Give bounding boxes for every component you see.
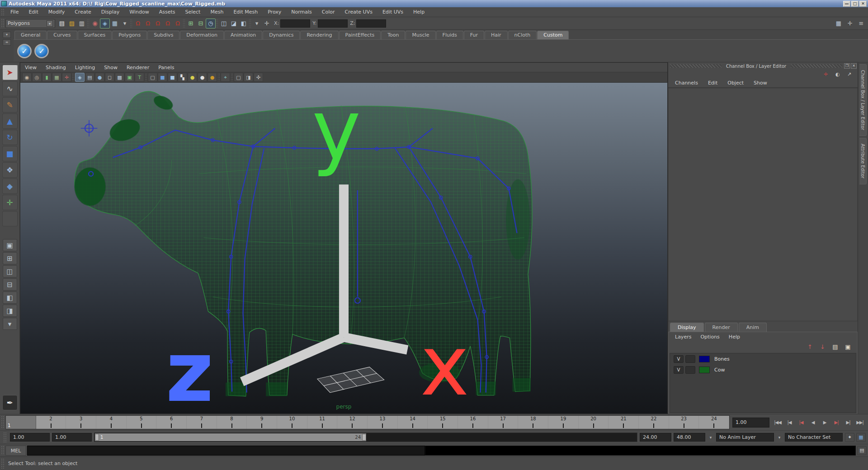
toolbox-tool[interactable]: ❖ bbox=[2, 162, 18, 178]
statusline-icon[interactable]: ◉ bbox=[90, 19, 100, 28]
shelf-side-button[interactable]: ▾ bbox=[3, 32, 11, 38]
command-language-toggle[interactable]: MEL bbox=[5, 446, 26, 456]
layer-visibility-toggle[interactable]: V bbox=[674, 355, 684, 363]
toolbox-tool[interactable]: ■ bbox=[2, 146, 18, 161]
viewport-toolbar-icon[interactable]: ▢ bbox=[148, 73, 157, 82]
statusline-icon[interactable]: ◧ bbox=[239, 19, 249, 28]
viewport-toolbar-icon[interactable]: ✛ bbox=[62, 73, 71, 82]
viewport-toolbar-icon[interactable]: ◈ bbox=[75, 73, 85, 82]
range-slider-icon[interactable]: ✦ bbox=[845, 433, 854, 442]
menu-item[interactable]: Mesh bbox=[205, 7, 228, 17]
transform-field-input[interactable] bbox=[356, 19, 386, 28]
timeline-frame[interactable]: 3 bbox=[66, 416, 96, 429]
window-button[interactable]: ✕ bbox=[859, 1, 867, 7]
statusline-icon[interactable]: ▾ bbox=[252, 19, 262, 28]
shelf-tab[interactable]: Muscle bbox=[406, 31, 435, 39]
layer-toolbar-icon[interactable]: ↑ bbox=[805, 342, 815, 351]
character-set-selector[interactable]: No Character Set bbox=[785, 433, 843, 442]
playback-end-field[interactable]: 24.00 bbox=[640, 433, 671, 442]
statusline-icon[interactable]: ⊞ bbox=[186, 19, 196, 28]
menu-item[interactable]: Edit Mesh bbox=[228, 7, 263, 17]
timeline-frame[interactable]: 24 bbox=[699, 416, 729, 429]
timeline-frame[interactable]: 17 bbox=[488, 416, 519, 429]
timeline-frame[interactable]: 6 bbox=[156, 416, 187, 429]
shelf-tab[interactable]: Rendering bbox=[300, 31, 338, 39]
shelf-button[interactable]: ✓ bbox=[17, 44, 32, 58]
playback-button[interactable]: ▶| bbox=[843, 417, 854, 428]
statusline-icon[interactable]: Ω bbox=[133, 19, 143, 28]
viewport-toolbar-icon[interactable]: ■ bbox=[158, 73, 167, 82]
viewport-toolbar-icon[interactable]: T bbox=[135, 73, 144, 82]
viewport-toolbar-icon[interactable]: ▩ bbox=[115, 73, 124, 82]
playback-button[interactable]: ▶ bbox=[819, 417, 830, 428]
menu-item[interactable]: Modify bbox=[43, 7, 70, 17]
shelf-tab[interactable]: General bbox=[14, 31, 47, 39]
panel-drag-handle[interactable] bbox=[791, 64, 842, 68]
viewport-menu-item[interactable]: Show bbox=[99, 65, 122, 70]
panel-window-button[interactable]: ✕ bbox=[851, 63, 857, 69]
menu-item[interactable]: Assets bbox=[154, 7, 180, 17]
statusline-icon[interactable]: ◪ bbox=[229, 19, 239, 28]
timeline-frame[interactable]: 19 bbox=[548, 416, 579, 429]
layer-editor-menu-item[interactable]: Layers bbox=[670, 334, 696, 340]
menu-item[interactable]: Edit UVs bbox=[377, 7, 408, 17]
layer-display-type-box[interactable] bbox=[685, 366, 695, 374]
statusline-icon[interactable] bbox=[183, 19, 186, 28]
sidebar-vertical-tab[interactable]: Attribute Editor bbox=[859, 138, 867, 184]
help-line-grip[interactable] bbox=[1, 458, 5, 469]
viewport-toolbar-icon[interactable]: ⌖ bbox=[221, 73, 230, 82]
current-time-field[interactable]: 1.00 bbox=[732, 418, 769, 428]
viewport-toolbar-icon[interactable]: ● bbox=[208, 73, 217, 82]
viewport-toolbar-icon[interactable]: ▚ bbox=[178, 73, 187, 82]
timeline-frame[interactable]: 9 bbox=[247, 416, 277, 429]
timeline-frame[interactable]: 2 bbox=[36, 416, 66, 429]
chevron-down-icon[interactable]: ▾ bbox=[708, 435, 714, 440]
statusline-icon[interactable] bbox=[249, 19, 252, 28]
layer-color-swatch[interactable] bbox=[699, 356, 710, 362]
playback-button[interactable]: |◀◀ bbox=[772, 417, 783, 428]
statusline-icon[interactable]: ⊟ bbox=[196, 19, 206, 28]
shelf-tab[interactable]: Polygons bbox=[112, 31, 147, 39]
viewport-menu-item[interactable]: Renderer bbox=[122, 65, 154, 70]
panel-drag-handle[interactable] bbox=[670, 64, 722, 68]
viewport-toolbar-icon[interactable]: ◻ bbox=[105, 73, 114, 82]
statusline-icon[interactable] bbox=[130, 19, 133, 28]
menu-item[interactable]: Edit bbox=[24, 7, 43, 17]
viewport-toolbar-icon[interactable]: ◎ bbox=[32, 73, 42, 82]
window-titlebar[interactable]: Autodesk Maya 2011 x64: D:\! Rig\Cow_Rig… bbox=[0, 0, 868, 7]
statusline-icon[interactable]: ◈ bbox=[100, 19, 110, 28]
channel-list-area[interactable] bbox=[668, 88, 858, 321]
viewport-toolbar-icon[interactable]: ▢ bbox=[234, 73, 243, 82]
channel-box-corner-icon[interactable]: ↗ bbox=[844, 70, 854, 79]
layer-color-swatch[interactable] bbox=[699, 367, 710, 373]
viewport-toolbar-icon[interactable]: ◉ bbox=[22, 73, 32, 82]
toolbox-tool[interactable]: ∿ bbox=[2, 81, 18, 96]
menu-item[interactable]: Create UVs bbox=[340, 7, 377, 17]
timeline-frame[interactable]: 20 bbox=[579, 416, 609, 429]
shelf-tab[interactable]: Curves bbox=[47, 31, 77, 39]
shelf-side-button[interactable]: ≡ bbox=[3, 39, 11, 46]
animation-end-field[interactable]: 48.00 bbox=[674, 433, 705, 442]
animation-start-field[interactable]: 1.00 bbox=[10, 433, 50, 442]
menubar-grip[interactable] bbox=[1, 9, 5, 15]
statusline-icon[interactable]: ✛ bbox=[262, 19, 272, 28]
timeline-frame[interactable]: 4 bbox=[96, 416, 127, 429]
layer-display-type-box[interactable] bbox=[685, 355, 695, 363]
timeline-frame[interactable]: 18 bbox=[518, 416, 548, 429]
layer-visibility-toggle[interactable]: V bbox=[674, 366, 684, 374]
statusline-icon[interactable]: Ω bbox=[163, 19, 173, 28]
channel-box-menu-item[interactable]: Show bbox=[749, 80, 772, 86]
layer-toolbar-icon[interactable]: ▤ bbox=[830, 342, 840, 351]
shelf-tab[interactable]: Hair bbox=[485, 31, 508, 39]
statusline-icon[interactable]: Ω bbox=[173, 19, 183, 28]
toolbox-tool[interactable]: ✛ bbox=[2, 195, 18, 210]
playback-start-field[interactable]: 1.00 bbox=[52, 433, 92, 442]
viewport-toolbar-icon[interactable] bbox=[72, 73, 75, 81]
menu-item[interactable]: Create bbox=[70, 7, 96, 17]
shelf-tab[interactable]: Deformation bbox=[180, 31, 224, 39]
shelf-tab[interactable]: Toon bbox=[381, 31, 405, 39]
viewport-menu-item[interactable]: Lighting bbox=[71, 65, 99, 70]
layer-row[interactable]: V Cow bbox=[670, 364, 856, 375]
timeline-frame[interactable]: 8 bbox=[217, 416, 247, 429]
shelf-tab[interactable]: PaintEffects bbox=[339, 31, 381, 39]
